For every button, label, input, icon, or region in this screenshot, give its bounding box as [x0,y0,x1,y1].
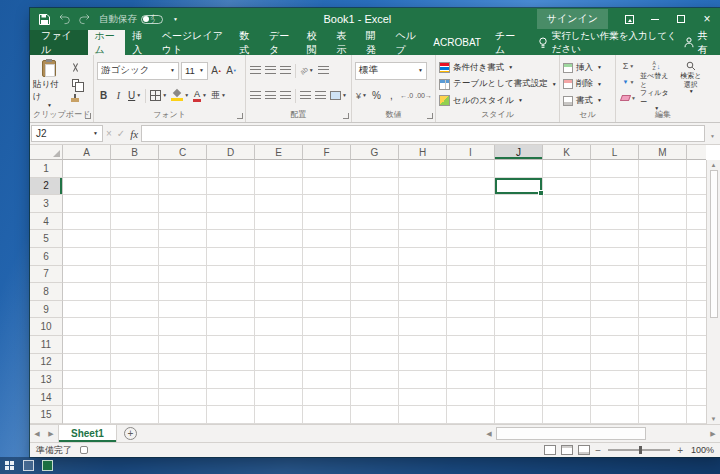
cell-M9[interactable] [639,301,687,319]
cell-F10[interactable] [303,318,351,336]
number-format-select[interactable]: 標準 ▼ [355,62,427,80]
horizontal-scrollbar[interactable]: ◀ ▶ [482,425,720,442]
vertical-scroll-thumb[interactable] [710,170,718,318]
ribbon-tab-11[interactable]: チーム [488,30,526,55]
cell-J8[interactable] [495,283,543,301]
column-header-M[interactable]: M [639,145,687,160]
cell-M4[interactable] [639,213,687,231]
underline-button[interactable]: U▼ [127,87,142,105]
cell-D1[interactable] [207,160,255,178]
cell-J11[interactable] [495,336,543,354]
increase-decimal-button[interactable]: ←.0 [400,87,413,105]
increase-indent-button[interactable] [314,87,327,105]
cell-B4[interactable] [111,213,159,231]
cell-N12[interactable] [687,354,706,372]
cell-F8[interactable] [303,283,351,301]
cell-E11[interactable] [255,336,303,354]
cell-I3[interactable] [447,195,495,213]
comma-style-button[interactable]: , [385,87,398,105]
column-header-I[interactable]: I [447,145,495,160]
cell-L10[interactable] [591,318,639,336]
ribbon-tab-1[interactable]: ホーム [88,30,126,55]
cell-J13[interactable] [495,371,543,389]
cell-I9[interactable] [447,301,495,319]
cell-G9[interactable] [351,301,399,319]
cell-F6[interactable] [303,248,351,266]
cell-G11[interactable] [351,336,399,354]
cell-L3[interactable] [591,195,639,213]
cell-C15[interactable] [159,406,207,424]
insert-cells-button[interactable]: 挿入 ▼ [563,60,612,75]
cell-C9[interactable] [159,301,207,319]
bold-button[interactable]: B [97,87,110,105]
cell-G5[interactable] [351,230,399,248]
cell-A8[interactable] [63,283,111,301]
cell-G3[interactable] [351,195,399,213]
delete-cells-button[interactable]: 削除 ▼ [563,77,612,92]
cell-J7[interactable] [495,266,543,284]
cell-G14[interactable] [351,389,399,407]
cell-B1[interactable] [111,160,159,178]
cell-C4[interactable] [159,213,207,231]
row-header-5[interactable]: 5 [30,230,63,248]
maximize-button[interactable] [668,8,694,30]
cell-J12[interactable] [495,354,543,372]
vertical-scrollbar[interactable]: ▲ ▼ [706,160,720,424]
borders-button[interactable]: ▼ [149,87,168,105]
cell-D14[interactable] [207,389,255,407]
cell-C6[interactable] [159,248,207,266]
ribbon-tab-8[interactable]: 開発 [359,30,389,55]
row-header-3[interactable]: 3 [30,195,63,213]
cell-B14[interactable] [111,389,159,407]
tab-file[interactable]: ファイル [30,30,88,55]
cell-K14[interactable] [543,389,591,407]
row-header-4[interactable]: 4 [30,213,63,231]
ribbon-tab-5[interactable]: データ [262,30,300,55]
autosave-toggle[interactable]: 自動保存 オフ [99,13,163,26]
cell-F11[interactable] [303,336,351,354]
cell-F7[interactable] [303,266,351,284]
cell-M14[interactable] [639,389,687,407]
cell-I1[interactable] [447,160,495,178]
cell-C14[interactable] [159,389,207,407]
cell-B13[interactable] [111,371,159,389]
increase-font-size-button[interactable]: A▲ [210,62,223,80]
cell-M13[interactable] [639,371,687,389]
cell-D8[interactable] [207,283,255,301]
cell-B6[interactable] [111,248,159,266]
cell-H13[interactable] [399,371,447,389]
bottom-align-button[interactable] [279,62,292,80]
cell-E5[interactable] [255,230,303,248]
cell-D9[interactable] [207,301,255,319]
cell-styles-button[interactable]: セルのスタイル ▼ [439,93,556,108]
cell-N11[interactable] [687,336,706,354]
cell-I5[interactable] [447,230,495,248]
cell-L14[interactable] [591,389,639,407]
cell-E14[interactable] [255,389,303,407]
cell-L12[interactable] [591,354,639,372]
cell-D7[interactable] [207,266,255,284]
cell-N5[interactable] [687,230,706,248]
cell-I12[interactable] [447,354,495,372]
cell-N8[interactable] [687,283,706,301]
cell-D5[interactable] [207,230,255,248]
cell-B7[interactable] [111,266,159,284]
cell-E7[interactable] [255,266,303,284]
column-header-B[interactable]: B [111,145,159,160]
merge-center-button[interactable]: ▼ [329,87,348,105]
column-header-K[interactable]: K [543,145,591,160]
cell-E12[interactable] [255,354,303,372]
cell-E9[interactable] [255,301,303,319]
cell-H11[interactable] [399,336,447,354]
cell-D4[interactable] [207,213,255,231]
autosum-button[interactable]: Σ▼ [619,58,638,74]
cell-C2[interactable] [159,178,207,196]
middle-align-button[interactable] [264,62,277,80]
scroll-up-arrow[interactable]: ▲ [711,162,717,168]
cell-D6[interactable] [207,248,255,266]
cell-N3[interactable] [687,195,706,213]
cell-G1[interactable] [351,160,399,178]
decrease-decimal-button[interactable]: .00→ [415,87,432,105]
cell-H15[interactable] [399,406,447,424]
wrap-text-button[interactable] [317,62,330,80]
